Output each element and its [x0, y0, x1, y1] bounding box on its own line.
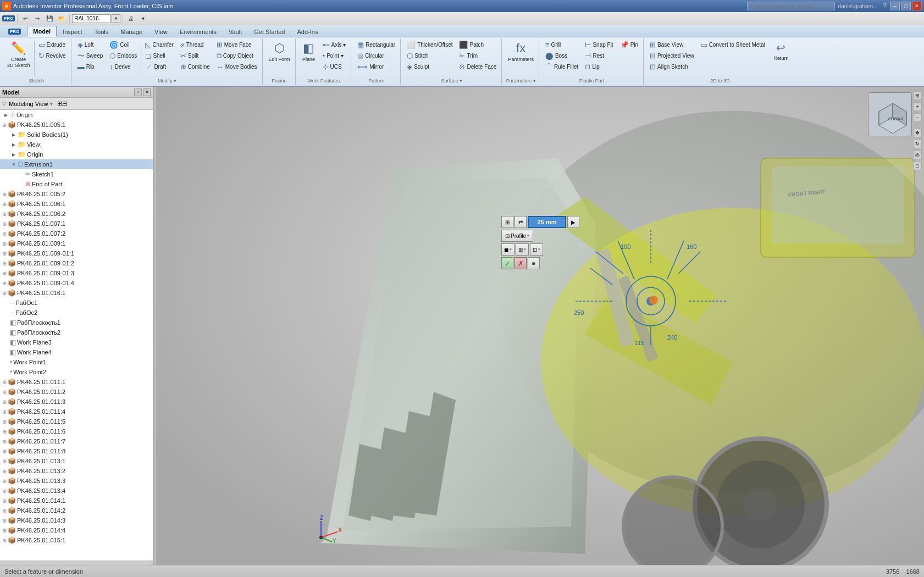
tree-item-pk011-2[interactable]: ⊕ 📦 PK46.25.01.011:2 — [0, 387, 153, 397]
axis-button[interactable]: ⊷ Axis ▾ — [320, 40, 349, 50]
view-face-btn[interactable]: □ — [913, 162, 922, 170]
tree-item-pk009-01-1[interactable]: ⊕ 📦 PK46.25.01.009-01:1 — [0, 248, 153, 258]
options-button[interactable]: ≡ — [528, 257, 540, 269]
tree-item-pk014-2[interactable]: ⊕ 📦 PK46.25.01.014:2 — [0, 506, 153, 515]
grill-button[interactable]: ≡ Grill — [543, 40, 581, 50]
tab-environments[interactable]: Environments — [174, 26, 223, 37]
confirm-button[interactable]: ✓ — [501, 257, 513, 269]
tree-item-rabos2[interactable]: ─ РабОс2 — [0, 308, 153, 318]
tree-item-workplane4[interactable]: ◧ Work Plane4 — [0, 347, 153, 357]
open-button[interactable]: 📂 — [56, 14, 67, 24]
tree-item-pk006-1[interactable]: ⊕ 📦 PK46.25.01.006:1 — [0, 199, 153, 209]
stitch-button[interactable]: ⬡ Stitch — [404, 51, 455, 61]
tree-item-pk014-1[interactable]: ⊕ 📦 PK46.25.01.014:1 — [0, 496, 153, 506]
tree-item-pk014-3[interactable]: ⊕ 📦 PK46.25.01.014:3 — [0, 515, 153, 525]
tree-item-rabpl1[interactable]: ◧ РабПлоскость1 — [0, 318, 153, 328]
return-button[interactable]: ↩ Return — [769, 40, 793, 75]
create-2d-sketch-button[interactable]: ✏️ Create2D Sketch — [4, 40, 33, 75]
zoom-fit-btn[interactable]: ⊞ — [913, 91, 922, 100]
expand-btn[interactable]: ▶ — [567, 216, 579, 228]
copy-object-button[interactable]: ⧉ Copy Object — [214, 51, 260, 61]
tab-tools[interactable]: Tools — [88, 26, 115, 37]
tab-addins[interactable]: Add-Ins — [291, 26, 324, 37]
extent-dropdown[interactable]: ⊞ ▾ — [516, 243, 529, 256]
rule-fillet-button[interactable]: ⌒ Rule Fillet — [543, 62, 581, 72]
tab-model[interactable]: Model — [27, 26, 57, 37]
base-view-button[interactable]: ⊞ Base View — [647, 40, 697, 50]
tree-item-pk007-2[interactable]: ⊕ 📦 PK46.25.01.007:2 — [0, 229, 153, 238]
patch-button[interactable]: ⬛ Patch — [456, 40, 499, 50]
tab-manage[interactable]: Manage — [114, 26, 148, 37]
circular-button[interactable]: ◎ Circular — [355, 51, 398, 61]
tree-item-workpoint2[interactable]: • Work Point2 — [0, 367, 153, 377]
rest-button[interactable]: ⊣ Rest — [582, 51, 616, 61]
tree-item-pk007-1[interactable]: ⊕ 📦 PK46.25.01.007:1 — [0, 219, 153, 229]
tree-item-rabos1[interactable]: ─ РабОс1 — [0, 298, 153, 308]
close-button[interactable]: ✕ — [912, 2, 922, 10]
tab-getstarted[interactable]: Get Started — [248, 26, 291, 37]
plane-button[interactable]: ◧ Plane — [299, 40, 319, 75]
flip-btn[interactable]: ⇄ — [514, 216, 527, 228]
orbit-btn[interactable]: ↻ — [913, 140, 922, 148]
tree-item-sketch1[interactable]: ✏ Sketch1 — [0, 169, 153, 179]
tree-item-pk014-4[interactable]: ⊕ 📦 PK46.25.01.014:4 — [0, 525, 153, 535]
tree-item-rabpl2[interactable]: ◧ РабПлоскость2 — [0, 328, 153, 337]
tree-item-view[interactable]: ▶ 📁 View: — [0, 140, 153, 149]
view-cube[interactable]: FRONT — [868, 92, 912, 136]
look-at-btn[interactable]: ◎ — [913, 151, 922, 159]
view-dropdown-arrow[interactable]: ▾ — [50, 101, 53, 107]
tree-item-pk011-1[interactable]: ⊕ 📦 PK46.25.01.011:1 — [0, 377, 153, 387]
extrusion1-expander[interactable]: ▼ — [10, 162, 18, 167]
thread-button[interactable]: ⌀ Thread — [178, 40, 213, 50]
tree-item-pk009-1[interactable]: ⊕ 📦 PK46.25.01.009:1 — [0, 238, 153, 248]
tree-item-pk011-4[interactable]: ⊕ 📦 PK46.25.01.011:4 — [0, 407, 153, 417]
combine-button[interactable]: ⊕ Combine — [178, 62, 213, 72]
model-tree[interactable]: ▶ ⊹ Origin ⊕ 📦 PK46.25.01.005:1 ▶ 📁 Soli… — [0, 110, 153, 561]
panel-resize-handle[interactable]: · · · — [0, 561, 153, 565]
search-bar[interactable] — [747, 2, 835, 10]
pin-button[interactable]: 📌 Pin — [617, 40, 641, 50]
tree-item-pk016-1[interactable]: ⊕ 📦 PK46.25.01.016:1 — [0, 288, 153, 298]
origin2-expander[interactable]: ▶ — [10, 152, 18, 157]
convert-sheet-metal-button[interactable]: ▭ Convert to Sheet Metal — [698, 40, 768, 50]
origin-expander[interactable]: ▶ — [2, 113, 10, 118]
trim-button[interactable]: ✁ Trim — [456, 51, 499, 61]
tree-item-pk015-1[interactable]: ⊕ 📦 PK46.25.01.015:1 — [0, 535, 153, 545]
solid-bodies-expander[interactable]: ▶ — [10, 132, 18, 137]
rib-button[interactable]: ▬ Rib — [75, 62, 106, 72]
view-selector[interactable]: Modeling View — [9, 101, 48, 107]
tree-item-pk013-4[interactable]: ⊕ 📦 PK46.25.01.013:4 — [0, 486, 153, 496]
tree-item-end-of-part[interactable]: ⊗ End of Part — [0, 179, 153, 189]
split-button[interactable]: ✂ Split — [178, 51, 213, 61]
tree-item-extrusion1[interactable]: ▼ ⬡ Extrusion1 — [0, 159, 153, 169]
extrude-button[interactable]: ▭ Extrude — [36, 40, 69, 50]
search-input[interactable] — [747, 2, 835, 10]
zoom-in-btn[interactable]: + — [913, 102, 922, 111]
shell-button[interactable]: ◻ Shell — [142, 51, 176, 61]
sweep-button[interactable]: 〜 Sweep — [75, 51, 106, 61]
tab-inspect[interactable]: Inspect — [57, 26, 88, 37]
tree-item-solid-bodies[interactable]: ▶ 📁 Solid Bodies(1) — [0, 130, 153, 140]
dimension-input[interactable] — [528, 216, 566, 228]
tree-item-pk011-5[interactable]: ⊕ 📦 PK46.25.01.011:5 — [0, 417, 153, 426]
cancel-button[interactable]: ✗ — [514, 257, 527, 269]
panel-help-btn[interactable]: ? — [134, 88, 142, 96]
tree-item-origin[interactable]: ▶ ⊹ Origin — [0, 110, 153, 120]
thicken-button[interactable]: ⬜ Thicken/Offset — [404, 40, 455, 50]
help-btn[interactable]: ? — [883, 2, 887, 10]
output-dropdown[interactable]: ⊡ ▾ — [530, 243, 543, 256]
minimize-button[interactable]: ─ — [890, 2, 900, 10]
undo-button[interactable]: ↩ — [20, 14, 31, 24]
profile-dropdown[interactable]: ▾ — [527, 234, 529, 238]
parameters-button[interactable]: fx Parameters — [505, 40, 536, 75]
sculpt-button[interactable]: ◈ Sculpt — [404, 62, 455, 72]
tree-item-pk013-3[interactable]: ⊕ 📦 PK46.25.01.013:3 — [0, 476, 153, 486]
zoom-out-btn[interactable]: − — [913, 113, 922, 122]
edit-form-button[interactable]: ⬡ Edit Form — [266, 40, 293, 75]
viewport[interactable]: 100 160 250 115 240 FRONT RIGHT ⊞ ⇄ — [156, 87, 924, 565]
tree-item-pk011-8[interactable]: ⊕ 📦 PK46.25.01.011:8 — [0, 446, 153, 456]
coil-button[interactable]: 🌀 Coil — [107, 40, 140, 50]
tree-item-pk011-3[interactable]: ⊕ 📦 PK46.25.01.011:3 — [0, 397, 153, 407]
chamfer-button[interactable]: ◺ Chamfer — [142, 40, 176, 50]
tree-item-origin2[interactable]: ▶ 📁 Origin — [0, 149, 153, 159]
